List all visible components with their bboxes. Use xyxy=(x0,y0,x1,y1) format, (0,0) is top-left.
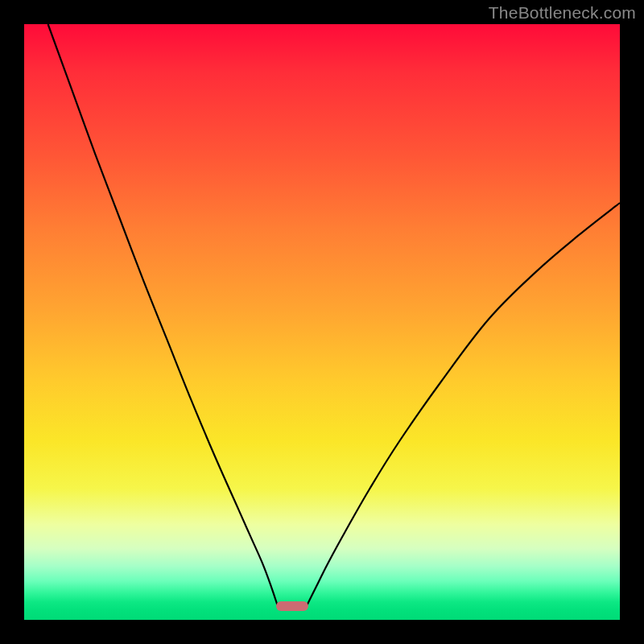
chart-frame: TheBottleneck.com xyxy=(0,0,644,644)
curve-right-branch xyxy=(308,203,621,605)
curve-left-branch xyxy=(48,24,278,605)
chart-plot-area xyxy=(24,24,620,620)
watermark-text: TheBottleneck.com xyxy=(489,3,636,23)
bottleneck-marker xyxy=(276,601,308,611)
bottleneck-curve xyxy=(24,24,620,620)
